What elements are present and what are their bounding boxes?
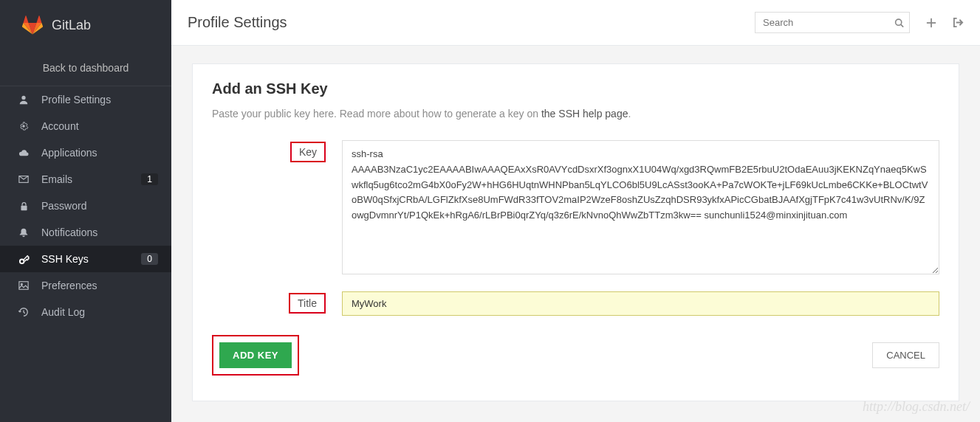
sidebar-item-ssh-keys[interactable]: SSH Keys0	[0, 246, 171, 272]
sidebar-item-label: Audit Log	[41, 306, 158, 318]
search-input[interactable]	[755, 12, 910, 33]
key-label: Key	[290, 142, 326, 162]
sidebar-nav: Profile SettingsAccountApplicationsEmail…	[0, 86, 171, 325]
logout-icon[interactable]	[953, 17, 964, 28]
image-icon	[18, 280, 30, 291]
title-row: Title	[212, 291, 939, 316]
sidebar-item-label: Applications	[41, 147, 158, 159]
sidebar-item-preferences[interactable]: Preferences	[0, 272, 171, 299]
back-to-dashboard-link[interactable]: Back to dashboard	[0, 52, 171, 86]
add-key-button[interactable]: ADD KEY	[219, 342, 292, 368]
user-icon	[18, 94, 30, 106]
lock-icon	[18, 200, 30, 212]
svg-line-7	[901, 24, 903, 27]
key-row: Key	[212, 140, 939, 277]
sidebar-item-label: Account	[41, 120, 158, 132]
gear-icon	[18, 120, 30, 132]
sidebar-item-badge: 0	[141, 253, 158, 265]
sidebar-item-label: Notifications	[41, 226, 158, 238]
sidebar-item-label: Password	[41, 200, 158, 212]
bell-icon	[18, 226, 30, 238]
search-wrap	[755, 12, 910, 33]
svg-point-6	[896, 19, 902, 25]
brand-name: GitLab	[52, 18, 91, 33]
gitlab-logo-icon	[22, 15, 43, 35]
sidebar-item-label: Emails	[41, 173, 141, 185]
ssh-key-panel: Add an SSH Key Paste your public key her…	[192, 63, 959, 401]
title-input[interactable]	[342, 291, 939, 316]
desc-suffix: .	[628, 108, 631, 120]
main: Profile Settings Add an SSH Key	[171, 0, 980, 422]
envelope-icon	[18, 173, 30, 185]
sidebar-item-notifications[interactable]: Notifications	[0, 219, 171, 246]
panel-title: Add an SSH Key	[212, 80, 939, 97]
sidebar-item-label: SSH Keys	[41, 253, 141, 265]
sidebar-item-profile-settings[interactable]: Profile Settings	[0, 86, 171, 113]
search-icon[interactable]	[894, 18, 904, 27]
add-key-highlight: ADD KEY	[212, 335, 299, 376]
svg-point-5	[21, 283, 22, 285]
svg-rect-4	[19, 282, 28, 290]
cancel-button[interactable]: CANCEL	[872, 342, 939, 368]
cloud-icon	[18, 147, 30, 159]
sidebar: GitLab Back to dashboard Profile Setting…	[0, 0, 171, 422]
page-title: Profile Settings	[188, 14, 755, 31]
watermark: http://blog.csdn.net/	[863, 399, 970, 415]
plus-icon[interactable]	[926, 18, 936, 28]
sidebar-item-account[interactable]: Account	[0, 113, 171, 139]
key-icon	[18, 253, 30, 265]
sidebar-item-password[interactable]: Password	[0, 193, 171, 219]
sidebar-item-emails[interactable]: Emails1	[0, 166, 171, 193]
svg-rect-2	[21, 205, 27, 210]
ssh-help-link[interactable]: the SSH help page	[541, 108, 628, 120]
key-textarea[interactable]	[342, 140, 939, 274]
panel-description: Paste your public key here. Read more ab…	[212, 108, 939, 120]
sidebar-item-applications[interactable]: Applications	[0, 139, 171, 166]
form-actions: ADD KEY CANCEL	[212, 335, 939, 376]
brand[interactable]: GitLab	[0, 0, 171, 52]
title-label: Title	[289, 293, 326, 314]
svg-rect-9	[927, 22, 936, 24]
sidebar-item-badge: 1	[141, 173, 158, 185]
sidebar-item-label: Profile Settings	[41, 94, 158, 106]
sidebar-item-label: Preferences	[41, 280, 158, 291]
topbar: Profile Settings	[171, 0, 980, 46]
svg-point-0	[21, 96, 25, 100]
content-area: Add an SSH Key Paste your public key her…	[171, 46, 980, 422]
sidebar-item-audit-log[interactable]: Audit Log	[0, 299, 171, 325]
history-icon	[18, 306, 30, 318]
desc-text: Paste your public key here. Read more ab…	[212, 108, 541, 120]
